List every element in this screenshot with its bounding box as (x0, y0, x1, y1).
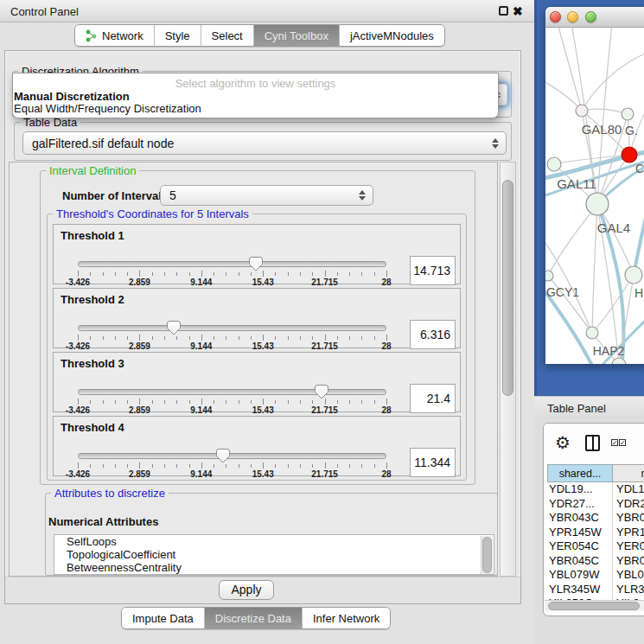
float-window-icon[interactable] (499, 6, 508, 16)
slider-track[interactable] (78, 389, 386, 395)
scrollbar-thumb[interactable] (482, 537, 492, 573)
gear-icon[interactable]: ⚙ (555, 432, 571, 453)
threshold-slider[interactable]: -3.4262.8599.14415.4321.71528 (78, 323, 386, 349)
threshold-value-field[interactable]: 21.4 (410, 384, 456, 413)
slider-track[interactable] (78, 325, 386, 331)
slider-track[interactable] (78, 453, 386, 459)
scale-label: 15.43 (252, 469, 274, 479)
table-data-selected-value: galFiltered.sif default node (32, 137, 174, 150)
network-node[interactable] (576, 105, 588, 117)
number-of-intervals-combobox[interactable]: 5 (160, 185, 373, 206)
slider-thumb[interactable] (249, 257, 263, 271)
table-row[interactable]: YLR345WYLR3 (547, 583, 644, 597)
option-equal-width-frequency[interactable]: Equal Width/Frequency Discretization (14, 102, 201, 115)
scale-label: 21.715 (311, 341, 338, 351)
attributes-list-scrollbar[interactable] (481, 536, 493, 574)
attribute-item[interactable]: BetweennessCentrality (54, 561, 494, 574)
table-row[interactable]: YER054CYER0 (547, 539, 644, 554)
threshold-value-field[interactable]: 11.344 (410, 448, 456, 477)
split-columns-icon[interactable] (585, 435, 600, 451)
minimize-traffic-light-icon[interactable] (567, 11, 578, 22)
table-cell: YDL19... (547, 482, 613, 497)
tab-jactivemnodules[interactable]: jActiveMNodules (340, 25, 444, 46)
tab-style[interactable]: Style (155, 25, 201, 46)
option-manual-discretization[interactable]: Manual Discretization (14, 90, 130, 103)
scale-label: -3.426 (66, 469, 90, 479)
table-row[interactable]: YBR045CYBR0 (547, 554, 644, 569)
threshold-label: Threshold 2 (61, 293, 124, 306)
slider-ticks (78, 399, 386, 405)
tab-cyni-toolbox[interactable]: Cyni Toolbox (254, 25, 340, 46)
table-row[interactable]: YPR145WYPR1 (547, 526, 644, 540)
threshold-slider[interactable]: -3.4262.8599.14415.4321.71528 (78, 451, 386, 477)
scale-label: -3.426 (66, 405, 90, 415)
tab-discretize-data[interactable]: Discretize Data (205, 608, 303, 628)
tab-select[interactable]: Select (201, 25, 254, 46)
table-cell: YBR043C (547, 511, 613, 526)
slider-scale-labels: -3.4262.8599.14415.4321.71528 (78, 469, 386, 480)
close-traffic-light-icon[interactable] (550, 11, 561, 22)
scale-label: 2.859 (129, 405, 150, 415)
checkbox-pair-icon[interactable]: ✓ ✓ (611, 439, 626, 446)
scrollbar-thumb[interactable] (548, 602, 640, 610)
tab-network-label: Network (102, 29, 143, 42)
numerical-attributes-list[interactable]: SelfLoopsTopologicalCoefficientBetweenne… (54, 534, 494, 575)
scale-label: 28 (381, 405, 391, 415)
column-header-shared-name[interactable]: shared... (547, 464, 613, 482)
network-node[interactable] (625, 266, 642, 284)
network-node[interactable] (622, 108, 634, 120)
threshold-slider[interactable]: -3.4262.8599.14415.4321.71528 (78, 259, 386, 285)
tab-infer-network[interactable]: Infer Network (303, 608, 390, 628)
horizontal-scrollbar[interactable] (545, 600, 644, 611)
slider-thumb[interactable] (315, 385, 328, 399)
close-icon[interactable]: ✖ (513, 6, 524, 17)
zoom-traffic-light-icon[interactable] (585, 11, 596, 22)
scale-label: -3.426 (66, 341, 90, 351)
network-node[interactable] (545, 271, 553, 281)
threshold-row: Threshold 3 -3.4262.8599.14415.4321.7152… (53, 352, 461, 412)
table-rows: YDL19...YDL1YDR27...YDR2YBR043CYBR0YPR14… (547, 482, 644, 611)
network-node[interactable] (586, 327, 598, 339)
slider-track[interactable] (78, 261, 386, 267)
threshold-row: Threshold 2 -3.4262.8599.14415.4321.7152… (53, 288, 461, 348)
node-table-container: ⚙ ✓ ✓ shared... na YDL19...YDL1YDR27...Y… (543, 423, 644, 616)
table-toolbar: ⚙ ✓ ✓ (544, 424, 644, 463)
network-edge (634, 196, 644, 275)
table-row[interactable]: YBR043CYBR0 (547, 511, 644, 526)
scrollbar-thumb[interactable] (502, 180, 513, 396)
table-row[interactable]: YBL079WYBL0 (547, 568, 644, 583)
attribute-item[interactable]: TopologicalCoefficient (54, 548, 494, 561)
table-panel-titlebar: Table Panel (534, 396, 644, 418)
network-node[interactable] (622, 147, 637, 163)
scale-label: 2.859 (129, 277, 150, 287)
apply-button[interactable]: Apply (219, 580, 274, 600)
network-window-titlebar[interactable] (545, 7, 644, 28)
tab-network[interactable]: Network (75, 25, 155, 46)
vertical-scrollbar[interactable] (500, 162, 516, 577)
attribute-item[interactable]: SelfLoops (54, 535, 494, 548)
number-of-intervals-value: 5 (169, 188, 176, 202)
table-data-combobox[interactable]: galFiltered.sif default node (22, 131, 507, 155)
network-node-label: GCY1 (546, 285, 579, 299)
table-cell: YPR1 (613, 526, 644, 540)
thresholds-container: Threshold 1 -3.4262.8599.14415.4321.7152… (53, 224, 461, 480)
thresholds-group: Threshold's Coordinates for 5 Intervals … (47, 214, 467, 481)
network-node[interactable] (547, 157, 561, 171)
scale-label: 2.859 (129, 341, 150, 351)
tab-impute-data[interactable]: Impute Data (122, 608, 205, 628)
threshold-value-field[interactable]: 14.713 (410, 256, 456, 285)
slider-thumb[interactable] (167, 321, 181, 335)
scale-label: 28 (381, 341, 391, 351)
interval-definition-title: Interval Definition (46, 164, 139, 177)
table-row[interactable]: YDR27...YDR2 (547, 497, 644, 512)
network-canvas[interactable]: GAL80G.CGAL11GAL4GCY1HHAP2 (545, 28, 644, 364)
network-node[interactable] (586, 193, 609, 215)
threshold-slider[interactable]: -3.4262.8599.14415.4321.71528 (78, 387, 386, 413)
table-cell: YBR045C (547, 554, 613, 569)
slider-thumb[interactable] (216, 449, 230, 463)
table-cell: YDR27... (547, 497, 613, 512)
numerical-attributes-label: Numerical Attributes (48, 515, 158, 528)
table-row[interactable]: YDL19...YDL1 (547, 482, 644, 497)
threshold-value-field[interactable]: 6.316 (410, 320, 456, 349)
column-header-name[interactable]: na (613, 464, 644, 482)
